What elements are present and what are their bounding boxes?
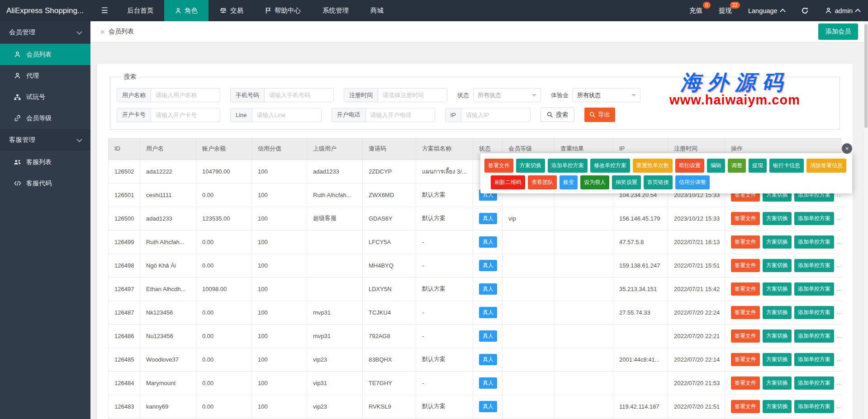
popup-action-签署文件[interactable]: 签署文件 <box>484 159 513 173</box>
row-more-actions[interactable]: ... <box>837 379 842 386</box>
nav-tab-后台首页[interactable]: 后台首页 <box>116 0 164 21</box>
sidebar-group-客服管理[interactable]: 客服管理 <box>0 129 90 151</box>
row-action-添加单控方案[interactable]: 添加单控方案 <box>794 212 834 225</box>
row-action-方案切换[interactable]: 方案切换 <box>763 377 792 390</box>
sidebar-item-代理[interactable]: 代理 <box>0 65 90 86</box>
row-more-actions[interactable]: ... <box>837 262 842 268</box>
popup-action-添加单控方案[interactable]: 添加单控方案 <box>548 159 588 173</box>
withdraw-menu[interactable]: 提现 22 <box>711 0 740 21</box>
recharge-menu[interactable]: 充值 0 <box>681 0 711 21</box>
row-action-方案切换[interactable]: 方案切换 <box>763 306 792 319</box>
search-input-用户名称[interactable] <box>151 89 220 102</box>
row-action-添加单控方案[interactable]: 添加单控方案 <box>794 306 834 319</box>
popup-action-调整[interactable]: 调整 <box>728 159 746 173</box>
popup-action-暗扣设置[interactable]: 暗扣设置 <box>675 159 704 173</box>
search-select-状态-dropdown[interactable]: 所有状态 <box>473 88 541 102</box>
popup-action-清除签署信息[interactable]: 清除签署信息 <box>806 159 846 173</box>
search-input-手机号码[interactable] <box>265 89 333 102</box>
row-action-签署文件[interactable]: 签署文件 <box>731 306 760 319</box>
export-button[interactable]: 导出 <box>584 108 615 122</box>
row-action-添加单控方案[interactable]: 添加单控方案 <box>794 282 834 296</box>
search-row-1: 用户名称手机号码注册时间状态所有状态体验金所有状态 <box>117 88 833 102</box>
search-field-开户卡号: 开户卡号 <box>117 108 220 122</box>
sidebar-item-客服代码[interactable]: 客服代码 <box>0 173 90 194</box>
popup-action-刷新二维码[interactable]: 刷新二维码 <box>491 175 525 189</box>
popup-action-首页链接[interactable]: 首页链接 <box>644 175 673 189</box>
add-member-button[interactable]: 添加会员 <box>818 24 858 40</box>
row-action-添加单控方案[interactable]: 添加单控方案 <box>794 400 834 413</box>
row-action-添加单控方案[interactable]: 添加单控方案 <box>794 235 834 249</box>
row-action-签署文件[interactable]: 签署文件 <box>731 259 760 272</box>
row-more-actions[interactable]: ... <box>837 285 842 292</box>
row-action-添加单控方案[interactable]: 添加单控方案 <box>794 330 834 343</box>
popup-action-抽奖设置[interactable]: 抽奖设置 <box>612 175 641 189</box>
popup-action-修改单控方案[interactable]: 修改单控方案 <box>590 159 630 173</box>
admin-menu[interactable]: admin <box>817 0 868 21</box>
row-action-签署文件[interactable]: 签署文件 <box>731 353 760 366</box>
popup-action-账变[interactable]: 账变 <box>560 175 578 189</box>
recharge-badge: 0 <box>703 2 711 9</box>
nav-tab-商城[interactable]: 商城 <box>360 0 394 21</box>
cell-level <box>503 254 555 277</box>
popup-action-方案切换[interactable]: 方案切换 <box>516 159 545 173</box>
row-action-签署文件[interactable]: 签署文件 <box>731 377 760 390</box>
row-more-actions[interactable]: ... <box>837 238 842 245</box>
row-action-方案切换[interactable]: 方案切换 <box>763 330 792 343</box>
popup-action-提现[interactable]: 提现 <box>749 159 767 173</box>
row-action-签署文件[interactable]: 签署文件 <box>731 212 760 225</box>
sidebar-group-会员管理[interactable]: 会员管理 <box>0 21 90 44</box>
sidebar-item-会员列表[interactable]: 会员列表 <box>0 44 90 65</box>
search-select-体验金-dropdown[interactable]: 所有状态 <box>573 88 640 102</box>
row-more-actions[interactable]: ... <box>837 215 842 221</box>
row-more-actions[interactable]: ... <box>837 332 842 339</box>
search-button[interactable]: 搜索 <box>541 108 574 122</box>
withdraw-badge: 22 <box>730 2 740 9</box>
nav-tab-交易[interactable]: 交易 <box>209 0 254 21</box>
search-input-开户电话[interactable] <box>366 108 435 122</box>
sidebar-item-客服列表[interactable]: 客服列表 <box>0 151 90 173</box>
popup-action-设为假人[interactable]: 设为假人 <box>580 175 609 189</box>
search-input-Line[interactable] <box>252 108 321 122</box>
refresh-button[interactable] <box>793 0 817 21</box>
search-row-2: 开户卡号Line开户电话IP搜索导出 <box>117 108 833 122</box>
cell-status: 真人 <box>473 277 503 301</box>
row-action-添加单控方案[interactable]: 添加单控方案 <box>794 259 834 272</box>
row-action-签署文件[interactable]: 签署文件 <box>731 400 760 413</box>
row-more-actions[interactable]: ... <box>837 356 842 363</box>
search-input-IP[interactable] <box>461 108 530 122</box>
row-action-方案切换[interactable]: 方案切换 <box>763 235 792 249</box>
sidebar-item-试玩号[interactable]: 试玩号 <box>0 86 90 108</box>
sidebar-item-会员等级[interactable]: 会员等级 <box>0 108 90 129</box>
popup-action-编辑[interactable]: 编辑 <box>707 159 725 173</box>
popup-action-查看团队[interactable]: 查看团队 <box>528 175 557 189</box>
scrollbar-thumb[interactable] <box>864 24 868 128</box>
row-more-actions[interactable]: ... <box>837 309 842 315</box>
row-action-签署文件[interactable]: 签署文件 <box>731 330 760 343</box>
cell-invite: ZWX6MD <box>363 183 416 207</box>
row-action-签署文件[interactable]: 签署文件 <box>731 235 760 249</box>
row-action-添加单控方案[interactable]: 添加单控方案 <box>794 377 834 390</box>
nav-tab-角色[interactable]: 角色 <box>164 0 209 21</box>
search-input-开户卡号[interactable] <box>151 108 220 122</box>
row-action-方案切换[interactable]: 方案切换 <box>763 259 792 272</box>
sidebar-toggle-icon[interactable]: ☰ <box>93 0 116 21</box>
cell-credit: 100 <box>252 277 307 301</box>
row-action-方案切换[interactable]: 方案切换 <box>763 400 792 413</box>
popup-close-icon[interactable]: × <box>842 143 852 154</box>
row-action-方案切换[interactable]: 方案切换 <box>763 212 792 225</box>
cell-username: adad1233 <box>140 207 196 230</box>
popup-action-重置抢单次数[interactable]: 重置抢单次数 <box>633 159 673 173</box>
search-field-开户电话: 开户电话 <box>332 108 435 122</box>
row-more-actions[interactable]: ... <box>837 403 842 410</box>
row-action-添加单控方案[interactable]: 添加单控方案 <box>794 353 834 366</box>
row-action-方案切换[interactable]: 方案切换 <box>763 282 792 296</box>
popup-action-信用分调整[interactable]: 信用分调整 <box>675 175 710 189</box>
popup-action-银行卡信息[interactable]: 银行卡信息 <box>769 159 804 173</box>
nav-tab-帮助中心[interactable]: 帮助中心 <box>254 0 312 21</box>
vertical-scrollbar[interactable] <box>864 21 868 419</box>
row-action-签署文件[interactable]: 签署文件 <box>731 282 760 296</box>
search-input-注册时间[interactable] <box>378 89 447 102</box>
language-menu[interactable]: Language <box>740 0 793 21</box>
nav-tab-系统管理[interactable]: 系统管理 <box>312 0 360 21</box>
row-action-方案切换[interactable]: 方案切换 <box>763 353 792 366</box>
